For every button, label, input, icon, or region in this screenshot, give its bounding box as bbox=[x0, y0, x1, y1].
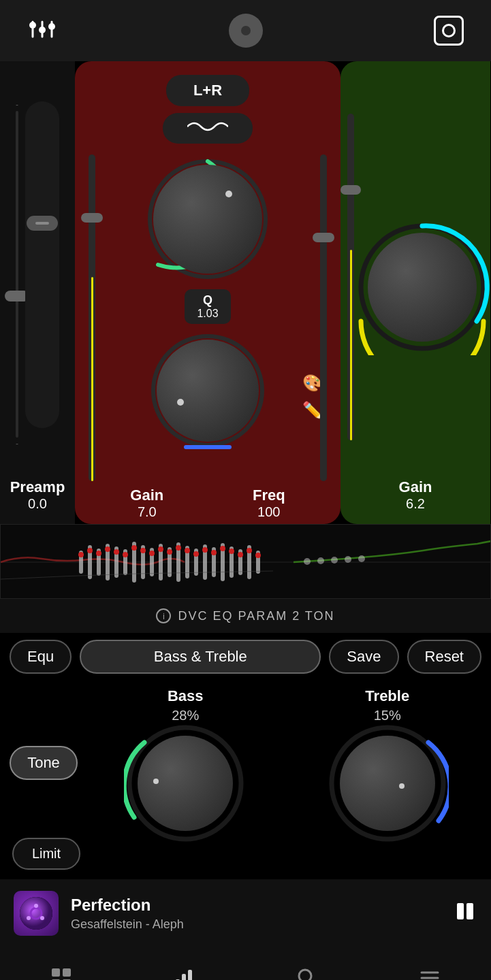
mixer-icon[interactable] bbox=[27, 18, 57, 44]
nav-menu[interactable] bbox=[419, 967, 441, 980]
album-art bbox=[14, 891, 59, 936]
svg-point-44 bbox=[193, 551, 199, 557]
bottom-nav bbox=[0, 947, 491, 980]
svg-point-46 bbox=[211, 550, 217, 555]
svg-point-40 bbox=[158, 546, 163, 552]
limit-button[interactable]: Limit bbox=[12, 838, 80, 870]
svg-point-37 bbox=[131, 545, 137, 551]
svg-point-48 bbox=[229, 549, 234, 554]
lr-button[interactable]: L+R bbox=[166, 75, 249, 106]
eq-area: - - Preamp 0.0 L+R bbox=[0, 61, 491, 524]
svg-point-32 bbox=[87, 548, 93, 553]
svg-point-38 bbox=[140, 548, 146, 553]
svg-point-41 bbox=[167, 549, 172, 555]
svg-point-4 bbox=[39, 27, 46, 33]
svg-point-63 bbox=[40, 916, 44, 920]
treble-label: Treble bbox=[365, 687, 409, 705]
gain-value: 7.0 bbox=[138, 504, 157, 520]
freq-knob[interactable] bbox=[157, 340, 259, 442]
svg-point-33 bbox=[96, 551, 101, 556]
nav-grid[interactable] bbox=[50, 967, 72, 980]
svg-rect-66 bbox=[466, 903, 473, 919]
bass-area: Bass 28% bbox=[91, 687, 280, 838]
svg-point-62 bbox=[34, 904, 38, 908]
svg-point-31 bbox=[78, 552, 84, 557]
surround-icon[interactable] bbox=[434, 16, 464, 46]
svg-point-39 bbox=[149, 551, 155, 556]
svg-point-53 bbox=[317, 557, 324, 564]
gain-knob[interactable] bbox=[153, 165, 262, 274]
svg-point-36 bbox=[123, 552, 128, 557]
svg-point-49 bbox=[238, 552, 243, 557]
bass-knob[interactable] bbox=[138, 736, 233, 831]
freq-value: 100 bbox=[257, 504, 280, 520]
eq-curve bbox=[0, 524, 491, 599]
top-knob-container[interactable] bbox=[150, 161, 266, 277]
svg-point-47 bbox=[220, 546, 225, 551]
equ-button[interactable]: Equ bbox=[10, 640, 72, 674]
tone-section: Tone Bass 28% Treble 15% bbox=[0, 681, 491, 879]
right-fader[interactable] bbox=[340, 185, 361, 195]
right-eq-panel: Gain 6.2 bbox=[340, 61, 490, 524]
svg-point-74 bbox=[299, 970, 311, 980]
svg-point-56 bbox=[358, 555, 365, 562]
info-icon: i bbox=[156, 608, 171, 623]
wave-button[interactable] bbox=[163, 113, 253, 144]
svg-rect-68 bbox=[63, 968, 71, 977]
freq-label: Freq bbox=[253, 487, 285, 504]
svg-point-35 bbox=[114, 549, 119, 555]
treble-value: 15% bbox=[374, 708, 401, 723]
svg-point-45 bbox=[202, 547, 208, 553]
svg-point-5 bbox=[48, 23, 55, 30]
center-eq-panel: L+R bbox=[75, 61, 340, 524]
svg-point-43 bbox=[185, 548, 190, 553]
save-button[interactable]: Save bbox=[329, 640, 398, 674]
pause-button[interactable] bbox=[453, 899, 477, 928]
svg-point-34 bbox=[105, 546, 110, 552]
treble-knob-container[interactable] bbox=[333, 729, 442, 838]
track-artist: Gesaffelstein - Aleph bbox=[71, 917, 441, 932]
right-gain-label: Gain bbox=[399, 478, 432, 496]
svg-point-51 bbox=[255, 553, 261, 558]
bass-knob-container[interactable] bbox=[131, 729, 240, 838]
svg-point-52 bbox=[304, 558, 311, 565]
preamp-strip: - - Preamp 0.0 bbox=[0, 61, 75, 524]
svg-rect-67 bbox=[52, 968, 60, 977]
panel-fader-2[interactable] bbox=[313, 233, 334, 242]
bass-label: Bass bbox=[168, 687, 204, 705]
track-info: Perfection Gesaffelstein - Aleph bbox=[71, 896, 441, 932]
svg-point-64 bbox=[27, 916, 31, 920]
preamp-fader[interactable] bbox=[27, 216, 58, 231]
svg-rect-73 bbox=[188, 970, 192, 980]
svg-point-54 bbox=[331, 557, 338, 564]
right-knob-container[interactable] bbox=[361, 226, 484, 348]
tone-button[interactable]: Tone bbox=[10, 746, 78, 780]
eq-info-text: DVC EQ PARAM 2 TON bbox=[178, 609, 334, 623]
bass-value: 28% bbox=[172, 708, 199, 723]
bass-treble-button[interactable]: Bass & Treble bbox=[80, 640, 321, 674]
svg-point-60 bbox=[20, 897, 52, 930]
svg-point-3 bbox=[29, 22, 36, 29]
svg-point-42 bbox=[176, 545, 181, 551]
treble-knob[interactable] bbox=[340, 736, 435, 831]
right-gain-value: 6.2 bbox=[399, 496, 432, 512]
top-bar bbox=[0, 0, 491, 61]
svg-point-50 bbox=[247, 548, 252, 553]
svg-rect-65 bbox=[457, 903, 464, 919]
preamp-label: Preamp bbox=[10, 478, 65, 496]
svg-rect-72 bbox=[182, 974, 186, 980]
freq-knob-container[interactable] bbox=[153, 336, 262, 445]
track-title: Perfection bbox=[71, 896, 441, 915]
nav-bars[interactable] bbox=[173, 967, 195, 980]
now-playing-bar: Perfection Gesaffelstein - Aleph bbox=[0, 879, 491, 947]
panel-fader-1[interactable] bbox=[81, 213, 103, 223]
reset-button[interactable]: Reset bbox=[407, 640, 481, 674]
nav-search[interactable] bbox=[296, 967, 318, 980]
svg-point-55 bbox=[345, 556, 351, 563]
q-display: Q 1.03 bbox=[185, 289, 230, 324]
treble-area: Treble 15% bbox=[294, 687, 482, 838]
gain-label: Gain bbox=[130, 487, 163, 504]
record-button[interactable] bbox=[229, 14, 263, 48]
button-row: Equ Bass & Treble Save Reset bbox=[0, 633, 491, 681]
preamp-value: 0.0 bbox=[10, 496, 65, 512]
